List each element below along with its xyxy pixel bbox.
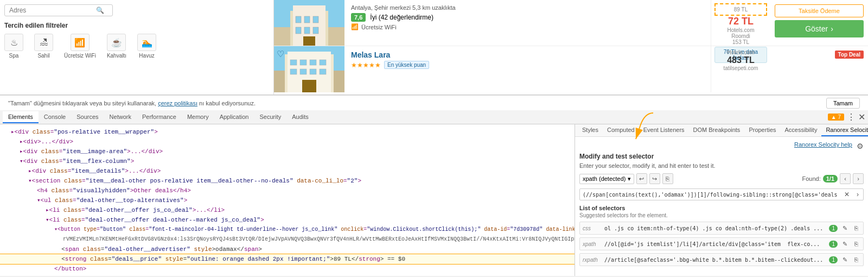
selector-count-css: 1 <box>829 225 838 232</box>
style-tab-styles[interactable]: Styles <box>578 124 603 136</box>
dom-line-12: rVMEzVMIMLn7KENMtHeFGxRtDVG8VGNz0x4:ls3S… <box>0 235 575 244</box>
selector-type-rxpath: rxpath <box>583 257 602 263</box>
dom-line-8: ▾<ul class="deal-other__top-alternatives… <box>0 196 575 205</box>
filter-kahvalti[interactable]: ☕ Kahvaltı <box>107 34 126 59</box>
tab-network[interactable]: Network <box>104 111 137 123</box>
xpath-input[interactable] <box>580 190 841 199</box>
tab-performance[interactable]: Performance <box>137 111 182 123</box>
selector-edit-xpath[interactable]: ✎ <box>840 240 849 248</box>
selector-edit-rxpath[interactable]: ✎ <box>840 255 849 264</box>
filter-havuz[interactable]: 🏊 Havuz <box>137 34 156 59</box>
hotel-card-2: ♡ Melas Lara <box>274 46 868 92</box>
svg-rect-8 <box>304 27 310 34</box>
xpath-clear-icon[interactable]: ✕ <box>841 189 852 200</box>
filter-wifi[interactable]: 📶 Ücretsiz WiFi <box>64 34 96 59</box>
cookie-bar: "Tamam" düğmesini tıklayarak veya bu sit… <box>0 95 868 110</box>
tab-elements[interactable]: Elements <box>3 111 39 123</box>
dom-tag: ▸<div class="pos-relative item__wrapper"… <box>11 129 158 135</box>
ranorex-help-link[interactable]: Ranorex Selocity help <box>794 141 852 148</box>
filter-spa[interactable]: ♨ Spa <box>4 34 23 59</box>
dom-line-5: ▸<div class="item__details">...</div> <box>0 166 575 176</box>
selector-item-rxpath[interactable]: rxpath //article[@safeclass='.bbg-white … <box>579 253 864 266</box>
list-selectors-desc: Suggested selectors for the element. <box>579 212 864 218</box>
style-tab-computed[interactable]: Computed <box>603 124 639 136</box>
browser-content: 🔍 Tercih edilen filtreler ♨ Spa 🏖 Sahil … <box>0 0 868 95</box>
svg-rect-9 <box>313 27 318 34</box>
selector-controls-row: xpath (detected) ▾ ↩ ↪ ⎘ Found: 1/1 ‹ › <box>579 173 864 184</box>
stars-2: ★★★★★ <box>351 61 381 69</box>
kahvalti-icon: ☕ <box>107 34 126 51</box>
tamam-button[interactable]: Tamam <box>826 98 860 109</box>
selector-type-css: css <box>583 225 602 231</box>
filter-spa-label: Spa <box>9 53 19 59</box>
dom-line-7: <h4 class="visuallyhidden">Other deals</… <box>0 186 575 196</box>
devtools-close-icon[interactable]: ✕ <box>858 112 865 122</box>
svg-rect-19 <box>290 69 297 74</box>
sahil-icon: 🏖 <box>34 34 53 51</box>
selector-copy-rxpath[interactable]: ⎘ <box>852 255 860 264</box>
hotel-image-2: ♡ <box>274 46 344 92</box>
tab-application[interactable]: Application <box>214 111 254 123</box>
left-panel: 🔍 Tercih edilen filtreler ♨ Spa 🏖 Sahil … <box>0 0 274 95</box>
nav-next-icon[interactable]: › <box>853 173 864 184</box>
heart-icon[interactable]: ♡ <box>277 49 284 59</box>
taksit-button[interactable]: Taksitle Ödeme <box>775 4 864 17</box>
selector-item-css[interactable]: css ol .js_co_item:nth-of-type(4) .js_co… <box>579 222 864 235</box>
dom-line-16: </li> <box>0 274 575 276</box>
nav-prev-icon[interactable]: ‹ <box>840 173 851 184</box>
tab-memory[interactable]: Memory <box>182 111 214 123</box>
wifi-row-1: 📶 Ücretsiz WiFi <box>351 23 704 30</box>
dom-line-15: </button> <box>0 264 575 274</box>
dom-panel[interactable]: ▸<div class="pos-relative item__wrapper"… <box>0 124 575 276</box>
dom-line-10: ▾<li class="deal-other__offer deal-other… <box>0 215 575 225</box>
selector-copy-css[interactable]: ⎘ <box>852 224 860 232</box>
cookie-policy-link[interactable]: çerez politikası <box>158 100 197 106</box>
tab-audits[interactable]: Audits <box>286 111 314 123</box>
filter-icons-container: ♨ Spa 🏖 Sahil 📶 Ücretsiz WiFi ☕ Kahvaltı… <box>4 34 269 59</box>
modify-test-desc: Enter your selector, modify it, and hit … <box>579 162 864 169</box>
style-tab-properties[interactable]: Properties <box>744 124 780 136</box>
top-deal-badge: Top Deal <box>835 51 864 59</box>
xpath-go-icon[interactable]: › <box>852 189 863 200</box>
style-tabs: Styles Computed Event Listeners DOM Brea… <box>575 124 868 137</box>
hotel-actions-1: Taksitle Ödeme Göster › <box>770 0 868 46</box>
dom-line-13: <span class="deal-other__advertiser" sty… <box>0 244 575 254</box>
chevron-down-icon: ▾ <box>628 175 631 182</box>
filter-sahil[interactable]: 🏖 Sahil <box>34 34 53 59</box>
roomdi-price: 153 TL <box>714 39 767 45</box>
goster-button[interactable]: Göster › <box>775 20 864 37</box>
ranorex-gear-icon[interactable]: ⚙ <box>857 142 864 150</box>
found-label: Found: <box>802 175 820 182</box>
style-tab-ranorex[interactable]: Ranorex Selocity <box>821 124 868 136</box>
style-tab-dom-breakpoints[interactable]: DOM Breakpoints <box>689 124 745 136</box>
devtools-more-icon[interactable]: ⋮ <box>847 112 856 122</box>
selector-count-rxpath: 1 <box>829 256 838 263</box>
redo-icon[interactable]: ↪ <box>649 173 660 184</box>
selector-edit-css[interactable]: ✎ <box>840 224 849 232</box>
dom-line-4: ▾<div class="item__flex-column"> <box>0 156 575 166</box>
dom-line-11: ▾<button type="button" class="font-t-mai… <box>0 225 575 235</box>
roomdi-label: Roomdi <box>714 33 767 39</box>
style-tab-event-listeners[interactable]: Event Listeners <box>639 124 689 136</box>
hotel-image-svg-2 <box>274 46 344 92</box>
tab-console[interactable]: Console <box>39 111 71 123</box>
xpath-dropdown-label: xpath (detected) <box>583 175 626 182</box>
hotel-distance-1: Antalya, Şehir merkezi 5,3 km uzaklıkta <box>351 4 704 11</box>
tab-sources[interactable]: Sources <box>71 111 104 123</box>
selector-copy-xpath[interactable]: ⎘ <box>852 240 860 248</box>
filter-havuz-label: Havuz <box>139 53 154 59</box>
seller-2: tatilsepeti.com <box>714 65 767 71</box>
svg-rect-4 <box>296 16 301 23</box>
undo-icon[interactable]: ↩ <box>636 173 647 184</box>
selector-count-xpath: 1 <box>829 241 838 248</box>
style-tab-accessibility[interactable]: Accessibility <box>781 124 822 136</box>
wifi-label-1: Ücretsiz WiFi <box>361 24 397 30</box>
tab-security[interactable]: Security <box>254 111 286 123</box>
selector-item-xpath[interactable]: xpath //ol[@id='js_itemlist']/li[4]/arti… <box>579 237 864 250</box>
price-new-1: 72 TL <box>714 16 767 27</box>
xpath-detected-dropdown[interactable]: xpath (detected) ▾ <box>579 174 634 184</box>
address-input[interactable] <box>9 7 96 14</box>
copy-icon[interactable]: ⎘ <box>662 173 673 184</box>
address-bar[interactable]: 🔍 <box>4 4 113 16</box>
havuz-icon: 🏊 <box>137 34 156 51</box>
